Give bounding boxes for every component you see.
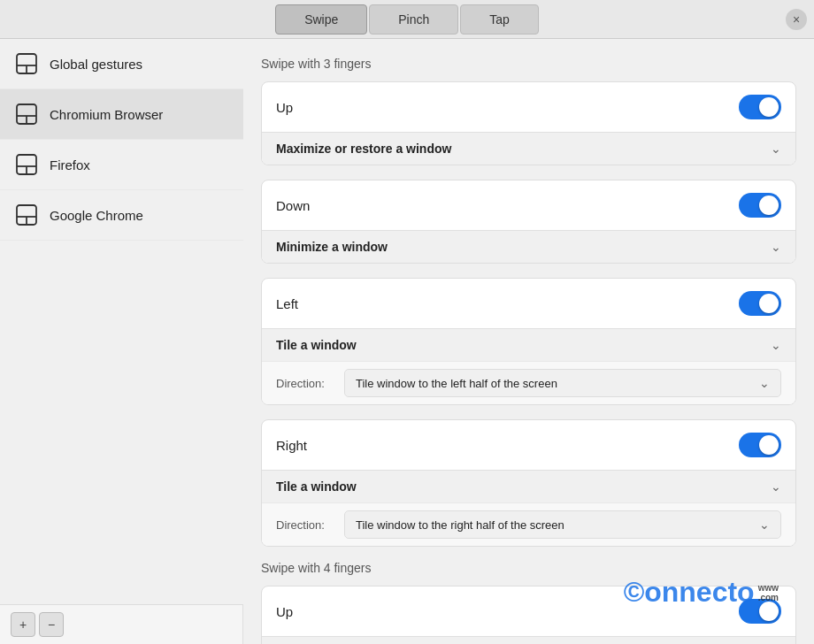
toggle-down-3[interactable]: [739, 193, 781, 218]
action-dropdown-left-3[interactable]: Tile a window ⌄: [262, 328, 795, 361]
chevron-down-icon-dir-left-3: ⌄: [759, 376, 770, 390]
direction-select-value-right-3: Tile window to the right half of the scr…: [356, 518, 564, 532]
chevron-down-icon-down-3: ⌄: [771, 240, 781, 254]
remove-button[interactable]: −: [39, 612, 64, 637]
action-dropdown-right-3[interactable]: Tile a window ⌄: [262, 470, 795, 502]
gesture-card-up-4: Up Switch desktop ⌄: [261, 586, 796, 644]
sidebar-item-global-gestures[interactable]: Global gestures: [0, 39, 243, 89]
sidebar-item-firefox[interactable]: Firefox: [0, 140, 243, 190]
action-label-up-3: Maximize or restore a window: [276, 142, 451, 156]
toggle-right-3[interactable]: [739, 433, 781, 457]
direction-row-left-3: Direction: Tile window to the left half …: [262, 361, 795, 404]
gesture-row-up-4-header: Up: [262, 586, 795, 636]
firefox-icon: [14, 152, 39, 177]
tab-pinch[interactable]: Pinch: [369, 4, 458, 34]
tab-bar: Swipe Pinch Tap ×: [0, 0, 814, 39]
tab-tap[interactable]: Tap: [460, 4, 539, 34]
gesture-card-left-3: Left Tile a window ⌄ Direction: Tile win…: [261, 278, 796, 405]
chevron-down-icon-up-3: ⌄: [771, 142, 781, 156]
sidebar-label-chromium-browser: Chromium Browser: [50, 107, 163, 122]
chromium-icon: [14, 102, 39, 126]
google-chrome-icon: [14, 203, 39, 227]
chevron-down-icon-dir-right-3: ⌄: [759, 518, 770, 532]
action-dropdown-up-4[interactable]: Switch desktop ⌄: [262, 636, 795, 644]
toggle-up-3[interactable]: [739, 95, 781, 119]
direction-select-left-3[interactable]: Tile window to the left half of the scre…: [344, 369, 781, 397]
direction-row-right-3: Direction: Tile window to the right half…: [262, 502, 795, 546]
direction-label-left-3: Direction:: [276, 377, 334, 390]
gesture-card-right-3: Right Tile a window ⌄ Direction: Tile wi…: [261, 419, 796, 547]
gesture-direction-down-3: Down: [276, 198, 310, 213]
direction-select-value-left-3: Tile window to the left half of the scre…: [356, 377, 557, 390]
gesture-direction-up-4: Up: [276, 604, 293, 619]
action-dropdown-down-3[interactable]: Minimize a window ⌄: [262, 230, 795, 263]
gesture-row-down-3-header: Down: [262, 180, 795, 230]
main-layout: Global gestures Chromium Browser: [0, 39, 814, 644]
sidebar-wrapper: Global gestures Chromium Browser: [0, 39, 243, 644]
close-button[interactable]: ×: [786, 9, 807, 30]
add-button[interactable]: +: [11, 612, 35, 637]
tab-group: Swipe Pinch Tap: [274, 4, 540, 34]
action-label-down-3: Minimize a window: [276, 240, 388, 254]
action-label-right-3: Tile a window: [276, 479, 357, 494]
toggle-left-3[interactable]: [739, 291, 781, 316]
swipe4-header: Swipe with 4 fingers: [261, 561, 796, 575]
content-area: Swipe with 3 fingers Up Maximize or rest…: [243, 39, 814, 644]
swipe3-header: Swipe with 3 fingers: [261, 57, 796, 71]
gesture-direction-left-3: Left: [276, 296, 298, 311]
gesture-row-left-3-header: Left: [262, 279, 795, 328]
gesture-row-up-3-header: Up: [262, 82, 795, 132]
gesture-card-down-3: Down Minimize a window ⌄: [261, 180, 796, 264]
direction-select-right-3[interactable]: Tile window to the right half of the scr…: [344, 510, 781, 539]
sidebar-item-chromium-browser[interactable]: Chromium Browser: [0, 89, 243, 140]
gesture-card-up-3: Up Maximize or restore a window ⌄: [261, 81, 796, 165]
sidebar-label-global-gestures: Global gestures: [50, 57, 142, 72]
direction-label-right-3: Direction:: [276, 518, 334, 532]
sidebar-item-google-chrome[interactable]: Google Chrome: [0, 190, 243, 241]
toggle-up-4[interactable]: [739, 599, 781, 624]
gesture-direction-up-3: Up: [276, 100, 293, 115]
sidebar-footer: + −: [0, 604, 243, 644]
sidebar: Global gestures Chromium Browser: [0, 39, 243, 604]
chevron-down-icon-right-3: ⌄: [771, 479, 781, 494]
tab-swipe[interactable]: Swipe: [275, 4, 367, 34]
chevron-down-icon-left-3: ⌄: [771, 338, 781, 352]
sidebar-label-firefox: Firefox: [50, 157, 90, 172]
sidebar-label-google-chrome: Google Chrome: [50, 208, 143, 223]
gesture-direction-right-3: Right: [276, 438, 307, 453]
action-label-left-3: Tile a window: [276, 338, 357, 352]
action-dropdown-up-3[interactable]: Maximize or restore a window ⌄: [262, 132, 795, 165]
touchpad-icon: [14, 51, 39, 76]
gesture-row-right-3-header: Right: [262, 420, 795, 470]
